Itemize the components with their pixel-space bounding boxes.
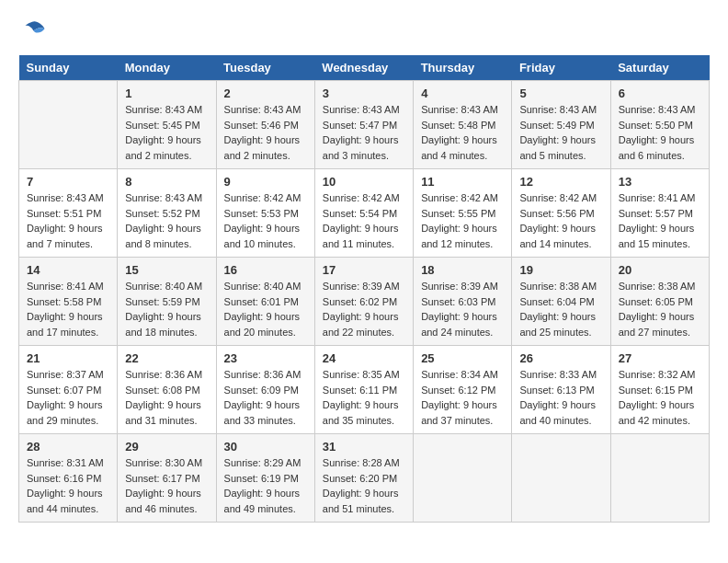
- day-info: Sunrise: 8:42 AM Sunset: 5:56 PM Dayligh…: [519, 190, 602, 251]
- daylight: Daylight: 9 hours and 22 minutes.: [323, 311, 399, 338]
- daylight: Daylight: 9 hours and 8 minutes.: [125, 223, 201, 249]
- calendar-cell: 11 Sunrise: 8:42 AM Sunset: 5:55 PM Dayl…: [414, 169, 512, 258]
- daylight: Daylight: 9 hours and 37 minutes.: [421, 399, 497, 426]
- daylight: Daylight: 9 hours and 29 minutes.: [27, 399, 103, 426]
- sunrise: Sunrise: 8:40 AM: [224, 281, 301, 292]
- day-number: 11: [421, 175, 504, 189]
- calendar-table: SundayMondayTuesdayWednesdayThursdayFrid…: [18, 55, 710, 523]
- sunrise: Sunrise: 8:41 AM: [27, 281, 104, 292]
- calendar-cell: 28 Sunrise: 8:31 AM Sunset: 6:16 PM Dayl…: [19, 434, 118, 523]
- calendar-cell: 8 Sunrise: 8:43 AM Sunset: 5:52 PM Dayli…: [118, 169, 216, 258]
- sunset: Sunset: 6:07 PM: [27, 385, 101, 396]
- day-number: 28: [27, 440, 109, 454]
- calendar-cell: 17 Sunrise: 8:39 AM Sunset: 6:02 PM Dayl…: [314, 258, 413, 346]
- day-number: 18: [421, 263, 504, 277]
- calendar-cell: [19, 81, 118, 169]
- day-number: 20: [619, 263, 701, 277]
- day-info: Sunrise: 8:36 AM Sunset: 6:08 PM Dayligh…: [125, 367, 208, 428]
- sunset: Sunset: 5:50 PM: [619, 120, 693, 131]
- sunrise: Sunrise: 8:43 AM: [125, 192, 202, 203]
- sunrise: Sunrise: 8:35 AM: [323, 369, 400, 380]
- sunrise: Sunrise: 8:40 AM: [125, 281, 202, 292]
- calendar-cell: 14 Sunrise: 8:41 AM Sunset: 5:58 PM Dayl…: [19, 258, 118, 346]
- calendar-cell: 7 Sunrise: 8:43 AM Sunset: 5:51 PM Dayli…: [19, 169, 118, 258]
- sunset: Sunset: 6:13 PM: [519, 385, 594, 396]
- daylight: Daylight: 9 hours and 7 minutes.: [27, 223, 103, 249]
- sunset: Sunset: 5:56 PM: [519, 208, 594, 219]
- calendar-cell: 18 Sunrise: 8:39 AM Sunset: 6:03 PM Dayl…: [414, 258, 512, 346]
- day-number: 13: [619, 175, 701, 189]
- header-friday: Friday: [512, 55, 610, 81]
- day-info: Sunrise: 8:42 AM Sunset: 5:54 PM Dayligh…: [323, 190, 405, 251]
- daylight: Daylight: 9 hours and 20 minutes.: [224, 311, 301, 338]
- daylight: Daylight: 9 hours and 18 minutes.: [125, 311, 201, 338]
- day-number: 19: [519, 263, 602, 277]
- sunset: Sunset: 6:02 PM: [323, 296, 397, 307]
- calendar-cell: 21 Sunrise: 8:37 AM Sunset: 6:07 PM Dayl…: [19, 346, 118, 434]
- sunset: Sunset: 5:47 PM: [323, 120, 397, 131]
- calendar-week-row: 28 Sunrise: 8:31 AM Sunset: 6:16 PM Dayl…: [19, 434, 710, 523]
- daylight: Daylight: 9 hours and 15 minutes.: [619, 223, 695, 249]
- header-wednesday: Wednesday: [314, 55, 413, 81]
- header-thursday: Thursday: [414, 55, 512, 81]
- day-info: Sunrise: 8:43 AM Sunset: 5:49 PM Dayligh…: [519, 102, 602, 163]
- day-info: Sunrise: 8:39 AM Sunset: 6:03 PM Dayligh…: [421, 279, 504, 339]
- day-number: 6: [619, 86, 701, 100]
- day-number: 9: [224, 175, 307, 189]
- day-info: Sunrise: 8:43 AM Sunset: 5:50 PM Dayligh…: [619, 102, 701, 163]
- day-number: 29: [125, 440, 208, 454]
- logo-bird-icon: [18, 18, 46, 46]
- daylight: Daylight: 9 hours and 46 minutes.: [125, 488, 201, 514]
- calendar-cell: 29 Sunrise: 8:30 AM Sunset: 6:17 PM Dayl…: [118, 434, 216, 523]
- calendar-cell: 4 Sunrise: 8:43 AM Sunset: 5:48 PM Dayli…: [414, 81, 512, 169]
- day-number: 14: [27, 263, 109, 277]
- sunset: Sunset: 5:57 PM: [619, 208, 693, 219]
- calendar-cell: 27 Sunrise: 8:32 AM Sunset: 6:15 PM Dayl…: [610, 346, 709, 434]
- daylight: Daylight: 9 hours and 24 minutes.: [421, 311, 497, 338]
- day-info: Sunrise: 8:28 AM Sunset: 6:20 PM Dayligh…: [323, 455, 405, 516]
- calendar-cell: 25 Sunrise: 8:34 AM Sunset: 6:12 PM Dayl…: [414, 346, 512, 434]
- calendar-week-row: 14 Sunrise: 8:41 AM Sunset: 5:58 PM Dayl…: [19, 258, 710, 346]
- sunset: Sunset: 6:04 PM: [519, 296, 594, 307]
- sunset: Sunset: 6:15 PM: [619, 385, 693, 396]
- daylight: Daylight: 9 hours and 2 minutes.: [224, 134, 301, 161]
- calendar-cell: 16 Sunrise: 8:40 AM Sunset: 6:01 PM Dayl…: [216, 258, 314, 346]
- calendar-cell: 3 Sunrise: 8:43 AM Sunset: 5:47 PM Dayli…: [314, 81, 413, 169]
- sunset: Sunset: 6:05 PM: [619, 296, 693, 307]
- sunset: Sunset: 5:48 PM: [421, 120, 495, 131]
- day-info: Sunrise: 8:43 AM Sunset: 5:52 PM Dayligh…: [125, 190, 208, 251]
- daylight: Daylight: 9 hours and 11 minutes.: [323, 223, 399, 249]
- calendar-cell: 5 Sunrise: 8:43 AM Sunset: 5:49 PM Dayli…: [512, 81, 610, 169]
- sunrise: Sunrise: 8:39 AM: [421, 281, 498, 292]
- calendar-cell: [414, 434, 512, 523]
- sunrise: Sunrise: 8:43 AM: [224, 104, 301, 115]
- header-monday: Monday: [118, 55, 216, 81]
- daylight: Daylight: 9 hours and 12 minutes.: [421, 223, 497, 249]
- sunset: Sunset: 6:20 PM: [323, 473, 397, 484]
- day-info: Sunrise: 8:29 AM Sunset: 6:19 PM Dayligh…: [224, 455, 307, 516]
- sunset: Sunset: 5:45 PM: [125, 120, 199, 131]
- day-info: Sunrise: 8:36 AM Sunset: 6:09 PM Dayligh…: [224, 367, 307, 428]
- calendar-cell: 22 Sunrise: 8:36 AM Sunset: 6:08 PM Dayl…: [118, 346, 216, 434]
- daylight: Daylight: 9 hours and 33 minutes.: [224, 399, 301, 426]
- calendar-cell: 26 Sunrise: 8:33 AM Sunset: 6:13 PM Dayl…: [512, 346, 610, 434]
- header-tuesday: Tuesday: [216, 55, 314, 81]
- day-number: 10: [323, 175, 405, 189]
- sunrise: Sunrise: 8:43 AM: [421, 104, 498, 115]
- daylight: Daylight: 9 hours and 27 minutes.: [619, 311, 695, 338]
- day-info: Sunrise: 8:42 AM Sunset: 5:55 PM Dayligh…: [421, 190, 504, 251]
- sunrise: Sunrise: 8:30 AM: [125, 457, 202, 468]
- daylight: Daylight: 9 hours and 51 minutes.: [323, 488, 399, 514]
- sunrise: Sunrise: 8:37 AM: [27, 369, 104, 380]
- sunrise: Sunrise: 8:38 AM: [519, 281, 597, 292]
- day-info: Sunrise: 8:43 AM Sunset: 5:51 PM Dayligh…: [27, 190, 109, 251]
- sunset: Sunset: 6:08 PM: [125, 385, 199, 396]
- daylight: Daylight: 9 hours and 44 minutes.: [27, 488, 103, 514]
- daylight: Daylight: 9 hours and 49 minutes.: [224, 488, 301, 514]
- sunrise: Sunrise: 8:43 AM: [125, 104, 202, 115]
- calendar-cell: 23 Sunrise: 8:36 AM Sunset: 6:09 PM Dayl…: [216, 346, 314, 434]
- day-number: 3: [323, 86, 405, 100]
- day-number: 17: [323, 263, 405, 277]
- sunrise: Sunrise: 8:39 AM: [323, 281, 400, 292]
- calendar-cell: 20 Sunrise: 8:38 AM Sunset: 6:05 PM Dayl…: [610, 258, 709, 346]
